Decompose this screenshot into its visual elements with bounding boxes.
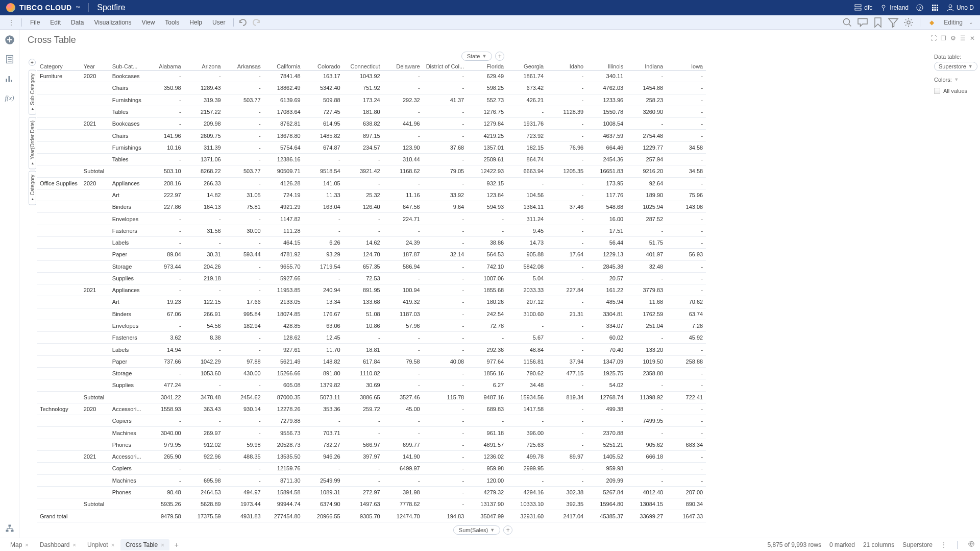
add-row-axis-icon[interactable]: + xyxy=(29,59,36,66)
header-state[interactable]: Illinois xyxy=(586,63,626,70)
menu-edit[interactable]: Edit xyxy=(45,17,66,28)
notification-icon[interactable]: ◆ xyxy=(925,16,938,29)
table-row[interactable]: Tables-1371.06-12386.16--310.44-2509.618… xyxy=(37,153,706,165)
tab-unpivot[interactable]: Unpivot× xyxy=(82,539,119,550)
bookmark-icon[interactable] xyxy=(872,16,884,29)
table-row[interactable]: Art19.23122.1517.662133.0513.34133.68419… xyxy=(37,296,706,308)
mode-chevron-icon[interactable]: ⌄ xyxy=(969,19,976,25)
header-year[interactable]: Year xyxy=(81,63,109,70)
table-row[interactable]: Machines3040.00269.97-9556.73703.71---96… xyxy=(37,427,706,439)
globe-icon[interactable] xyxy=(968,540,975,549)
table-row[interactable]: Chairs141.962609.75-13678.801485.82897.1… xyxy=(37,130,706,141)
filter-icon[interactable] xyxy=(887,16,899,29)
cross-table-wrap[interactable]: CategoryYearSub-Cat...AlabamaArizonaArka… xyxy=(37,63,929,522)
header-state[interactable]: Arkansas xyxy=(224,63,264,70)
table-row[interactable]: Phones90.482464.53494.9715894.581089.312… xyxy=(37,486,706,498)
value-axis-pill[interactable]: Sum(Sales) ▼ xyxy=(453,525,500,535)
header-state[interactable]: Colorado xyxy=(304,63,344,70)
duplicate-icon[interactable]: ❐ xyxy=(941,35,946,42)
table-row[interactable]: Art222.9714.8231.05724.1911.3325.3211.16… xyxy=(37,189,706,201)
header-state[interactable]: Florida xyxy=(467,63,507,70)
tab-cross-table[interactable]: Cross Table× xyxy=(120,539,169,550)
menu-view[interactable]: View xyxy=(137,17,160,28)
table-row[interactable]: 2021Accessori...265.90922.96488.3513535.… xyxy=(37,451,706,463)
undo-icon[interactable] xyxy=(237,16,249,29)
menu-visualizations[interactable]: Visualizations xyxy=(89,17,136,28)
data-table-selector[interactable]: Superstore ▼ xyxy=(934,62,977,71)
table-row[interactable]: Envelopes-54.56182.94428.8563.0610.8657.… xyxy=(37,320,706,331)
tab-map[interactable]: Map× xyxy=(5,539,34,550)
table-row[interactable]: Paper89.0430.31593.444781.9293.29124.701… xyxy=(37,249,706,260)
hierarchy-icon[interactable] xyxy=(5,523,15,534)
row-axis-sub-category[interactable]: ▸Sub-Category xyxy=(29,70,36,115)
header-state[interactable]: Indiana xyxy=(626,63,666,70)
menu-help[interactable]: Help xyxy=(184,17,207,28)
add-value-axis-icon[interactable]: + xyxy=(503,525,512,535)
server-indicator[interactable]: dfc xyxy=(854,4,872,12)
add-tab-icon[interactable]: + xyxy=(170,541,183,549)
header-state[interactable]: Arizona xyxy=(184,63,224,70)
table-row[interactable]: Copiers---7279.88--------7499.95- xyxy=(37,415,706,427)
tab-dashboard[interactable]: Dashboard× xyxy=(35,539,81,550)
table-row[interactable]: Subtotal5935.265628.891973.4499944.74637… xyxy=(37,498,706,510)
search-icon[interactable] xyxy=(841,16,853,29)
table-row[interactable]: Storage-1053.60430.0015266.66891.801110.… xyxy=(37,368,706,379)
table-row[interactable]: Supplies477.24--605.081379.8230.69--6.27… xyxy=(37,379,706,391)
user-menu[interactable]: Uno D xyxy=(946,4,974,12)
table-row[interactable]: 2021Bookcases-209.98-8762.81614.95638.82… xyxy=(37,118,706,130)
menu-tools[interactable]: Tools xyxy=(160,17,184,28)
table-row[interactable]: 2021Appliances---11953.85240.94891.95100… xyxy=(37,284,706,296)
header-state[interactable]: Alabama xyxy=(144,63,184,70)
menu-file[interactable]: File xyxy=(25,17,45,28)
table-row[interactable]: Tables-2157.22-17083.64727.45181.80--127… xyxy=(37,106,706,117)
menu-handle-icon[interactable]: ⋮ xyxy=(4,19,18,26)
column-axis-pill[interactable]: State ▼ xyxy=(461,52,493,61)
header-category[interactable]: Category xyxy=(37,63,81,70)
header-state[interactable]: Georgia xyxy=(507,63,547,70)
close-viz-icon[interactable]: ✕ xyxy=(970,35,975,42)
table-row[interactable]: Furnishings-319.39503.776139.69509.88173… xyxy=(37,94,706,106)
header-state[interactable]: Delaware xyxy=(383,63,423,70)
expand-icon[interactable]: ⛶ xyxy=(930,35,937,42)
apps-grid-icon[interactable] xyxy=(931,4,939,12)
menu-user[interactable]: User xyxy=(207,17,230,28)
table-row[interactable]: Phones979.95912.0259.9820528.73732.27566… xyxy=(37,439,706,450)
close-tab-icon[interactable]: × xyxy=(111,542,114,548)
table-row[interactable]: Furniture2020Bookcases---7841.48163.1710… xyxy=(37,70,706,82)
table-row[interactable]: Supplies-219.18-5927.66-72.53--1007.065.… xyxy=(37,272,706,284)
table-row[interactable]: Office Supplies2020Appliances208.16266.3… xyxy=(37,177,706,189)
settings-icon[interactable] xyxy=(902,16,915,29)
fx-icon[interactable]: f(x) xyxy=(5,93,15,103)
header-state[interactable]: Idaho xyxy=(547,63,586,70)
add-icon[interactable] xyxy=(5,35,15,45)
table-row[interactable]: Labels---464.156.2614.6224.39-38.8614.73… xyxy=(37,236,706,248)
table-row[interactable]: Labels14.94--927.6111.7018.81--292.3648.… xyxy=(37,344,706,355)
list-icon[interactable]: ☰ xyxy=(960,35,966,42)
table-row[interactable]: Copiers---12159.76--6499.97-959.982999.9… xyxy=(37,463,706,474)
table-row[interactable]: Chairs350.981289.43-18862.495342.40751.9… xyxy=(37,82,706,94)
add-column-axis-icon[interactable]: + xyxy=(495,52,504,61)
table-row[interactable]: Binders227.86164.1375.814921.29163.04126… xyxy=(37,201,706,213)
status-more-icon[interactable]: ⋮ xyxy=(941,541,947,548)
row-axis-year-order-date-[interactable]: ▸Year(Order Date) xyxy=(29,117,36,169)
table-row[interactable]: Fasteners3.628.38-128.6212.45----5.67-60… xyxy=(37,332,706,344)
table-row[interactable]: Fasteners-31.5630.00111.28-----9.45-17.5… xyxy=(37,225,706,236)
comment-icon[interactable] xyxy=(856,16,869,29)
pages-icon[interactable] xyxy=(5,54,15,64)
header-state[interactable]: Connecticut xyxy=(344,63,383,70)
table-row[interactable]: Grand total9479.5817375.594931.83277454.… xyxy=(37,510,706,522)
color-legend-item[interactable]: All values xyxy=(934,88,975,94)
table-row[interactable]: Subtotal3041.223478.482454.6287000.35507… xyxy=(37,391,706,403)
table-row[interactable]: Envelopes---1147.82--224.71--311.24-16.0… xyxy=(37,213,706,225)
table-row[interactable]: Storage973.44204.26-9655.701719.54657.35… xyxy=(37,260,706,272)
header-subcategory[interactable]: Sub-Cat... xyxy=(109,63,144,70)
mode-label[interactable]: Editing xyxy=(941,19,966,26)
close-tab-icon[interactable]: × xyxy=(161,542,164,548)
table-row[interactable]: Subtotal503.108268.22503.7790509.719518.… xyxy=(37,165,706,177)
table-row[interactable]: Machines-695.98-8711.302549.99---120.00-… xyxy=(37,474,706,486)
header-state[interactable]: District of Col... xyxy=(423,63,468,70)
menu-data[interactable]: Data xyxy=(66,17,89,28)
table-row[interactable]: Furnishings10.16311.39-5754.64674.87234.… xyxy=(37,141,706,153)
header-state[interactable]: California xyxy=(264,63,304,70)
chart-icon[interactable] xyxy=(5,74,15,84)
